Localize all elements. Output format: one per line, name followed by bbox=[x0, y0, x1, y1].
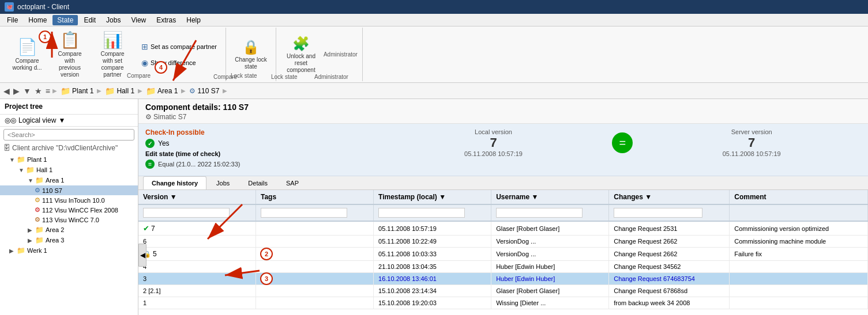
menu-view[interactable]: View bbox=[126, 15, 151, 25]
filter-username-input[interactable] bbox=[496, 208, 583, 218]
checkin-status-text: Yes bbox=[158, 139, 170, 147]
table-row[interactable]: ✔ 7 05.11.2008 10:57:19 Glaser [Robert G… bbox=[138, 221, 868, 236]
set-compare-icon: ⊞ bbox=[141, 42, 148, 51]
compare-group-label: Compare bbox=[127, 73, 151, 79]
version-cell: 3 3 bbox=[138, 273, 255, 285]
comment-cell bbox=[730, 261, 868, 273]
username-cell: Glaser [Robert Glaser] bbox=[491, 285, 609, 297]
compare-working-button[interactable]: 📄 Compare working d... 1 bbox=[7, 35, 47, 75]
plant1-folder-icon: 📁 bbox=[17, 155, 25, 164]
nav-bookmark-button[interactable]: ★ bbox=[33, 85, 43, 97]
server-version-label: Server version bbox=[642, 128, 861, 135]
menu-edit[interactable]: Edit bbox=[79, 15, 100, 25]
set-compare-partner-button[interactable]: ⊞ Set as compare partner bbox=[137, 40, 221, 54]
timestamp-cell: 05.11.2008 10:03:33 bbox=[374, 248, 491, 261]
menu-help[interactable]: Help bbox=[182, 15, 205, 25]
tab-change-history[interactable]: Change history bbox=[143, 176, 206, 189]
local-version-date: 05.11.2008 10:57:19 bbox=[384, 150, 603, 157]
menu-jobs[interactable]: Jobs bbox=[102, 15, 125, 25]
col-changes: Changes ▼ bbox=[609, 190, 730, 204]
tree-area2[interactable]: ▶ 📁 Area 2 bbox=[0, 225, 138, 235]
table-row[interactable]: 🔒 5 2 05.11.2008 10:03:33 VersionDog ...… bbox=[138, 248, 868, 261]
nav-back-button[interactable]: ◀ bbox=[2, 85, 11, 97]
werk1-folder-icon: 📁 bbox=[17, 246, 25, 255]
filter-tags-input[interactable] bbox=[261, 208, 347, 218]
tree-area3[interactable]: ▶ 📁 Area 3 bbox=[0, 235, 138, 245]
edit-state-row: Edit state (time of check) bbox=[145, 150, 384, 157]
table-row[interactable]: 6 05.11.2008 10:22:49 VersionDog ... Cha… bbox=[138, 236, 868, 248]
table-row[interactable]: 1 15.10.2008 19:20:03 Wissing [Dieter ..… bbox=[138, 297, 868, 309]
nav-list-button[interactable]: ≡ bbox=[44, 85, 51, 97]
changes-header: Changes ▼ bbox=[614, 193, 724, 201]
tags-cell bbox=[255, 285, 373, 297]
tree-plant1[interactable]: ▼ 📁 Plant 1 bbox=[0, 154, 138, 165]
plant1-label: Plant 1 bbox=[27, 156, 47, 163]
area1-folder-icon: 📁 bbox=[146, 86, 156, 96]
breadcrumb-hall1[interactable]: 📁 Hall 1 bbox=[103, 85, 137, 97]
nav-forward-button[interactable]: ▶ bbox=[12, 85, 21, 97]
tree-112-visu[interactable]: ⚙ 112 Visu WinCC Flex 2008 bbox=[0, 205, 138, 215]
filter-version-input[interactable] bbox=[143, 208, 230, 218]
menu-extras[interactable]: Extras bbox=[152, 15, 181, 25]
table-row[interactable]: 2 [2.1] 15.10.2008 23:14:34 Glaser [Robe… bbox=[138, 285, 868, 297]
table-row[interactable]: 4 21.10.2008 13:04:35 Huber [Edwin Huber… bbox=[138, 261, 868, 273]
filter-changes-input[interactable] bbox=[614, 208, 702, 218]
area2-folder-icon: 📁 bbox=[35, 226, 44, 234]
filter-timestamp-input[interactable] bbox=[378, 208, 465, 218]
filter-comment bbox=[730, 204, 868, 221]
local-version-col: Local version 7 05.11.2008 10:57:19 bbox=[384, 128, 603, 157]
compare-bottom-label: Compare bbox=[213, 74, 237, 80]
change-lock-button[interactable]: 🔒 Change lock state bbox=[231, 35, 271, 75]
tree-110s7[interactable]: ⚙ 110 S7 bbox=[0, 185, 138, 195]
filter-timestamp bbox=[374, 204, 491, 221]
breadcrumb-plant1[interactable]: 📁 Plant 1 bbox=[58, 85, 96, 97]
menu-home[interactable]: Home bbox=[24, 15, 51, 25]
tree-111-visu[interactable]: ⚙ 111 Visu InTouch 10.0 bbox=[0, 195, 138, 205]
changes-cell: from backup week 34 2008 bbox=[609, 297, 730, 309]
breadcrumb-area1-label: Area 1 bbox=[157, 87, 178, 95]
111-visu-icon: ⚙ bbox=[35, 196, 40, 204]
server-version-date: 05.11.2008 10:57:19 bbox=[642, 150, 861, 157]
compare-previous-button[interactable]: 📋 Compare with previous version bbox=[50, 28, 90, 81]
area1-expand-icon: ▼ bbox=[28, 177, 33, 184]
content-subtitle: ⚙ Simatic S7 bbox=[145, 113, 249, 121]
breadcrumb-bar: ◀ ▶ ▼ ★ ≡ ▶ 📁 Plant 1 ▶ 📁 Hall 1 ▶ 📁 Are… bbox=[0, 83, 868, 99]
compare-sub-group: ⊞ Set as compare partner ◉ Show differen… bbox=[135, 40, 221, 70]
tab-details[interactable]: Details bbox=[239, 176, 276, 189]
113-visu-icon: ⚙ bbox=[35, 216, 40, 223]
timestamp-cell: 15.10.2008 23:14:34 bbox=[374, 285, 491, 297]
nav-down-button[interactable]: ▼ bbox=[22, 85, 32, 97]
unlock-reset-button[interactable]: 🧩 Unlock and reset component bbox=[281, 33, 321, 77]
show-diff-icon: ◉ bbox=[141, 58, 148, 67]
tree-werk1[interactable]: ▶ 📁 Werk 1 bbox=[0, 245, 138, 256]
plant1-folder-icon: 📁 bbox=[61, 86, 70, 96]
tree-area1[interactable]: ▼ 📁 Area 1 bbox=[0, 175, 138, 185]
hall1-folder-icon: 📁 bbox=[26, 166, 35, 174]
breadcrumb-area1[interactable]: 📁 Area 1 bbox=[144, 85, 180, 97]
title-text: octoplant - Client bbox=[17, 3, 69, 11]
collapse-panel-button[interactable]: ◀ bbox=[138, 244, 146, 267]
changes-cell: Change Request 2662 bbox=[609, 236, 730, 248]
show-diff-button[interactable]: ◉ Show difference bbox=[137, 56, 221, 70]
tags-cell bbox=[255, 248, 373, 261]
breadcrumb-110s7[interactable]: ⚙ 110 S7 bbox=[187, 86, 221, 96]
tree-hall1[interactable]: ▼ 📁 Hall 1 bbox=[0, 165, 138, 175]
step2-badge: 2 bbox=[260, 248, 273, 260]
tab-jobs[interactable]: Jobs bbox=[208, 176, 238, 189]
checkin-status-row: ✓ Yes bbox=[145, 139, 384, 148]
changes-cell: Change Request 34562 bbox=[609, 261, 730, 273]
menu-file[interactable]: File bbox=[2, 15, 22, 25]
112-visu-icon: ⚙ bbox=[35, 206, 40, 214]
menu-state[interactable]: State bbox=[52, 15, 78, 25]
sidebar-view-selector[interactable]: ◎◎ Logical view ▼ bbox=[0, 115, 138, 127]
table-row-highlighted[interactable]: 3 3 16.10.2008 13:46:01 Huber [Edwin Hub… bbox=[138, 273, 868, 285]
tab-sap[interactable]: SAP bbox=[277, 176, 307, 189]
edit-state-value-row: = Equal (21.0... 2022 15:02:33) bbox=[145, 160, 384, 169]
tree-113-visu[interactable]: ⚙ 113 Visu WinCC 7.0 bbox=[0, 215, 138, 225]
sidebar-header: Project tree bbox=[0, 99, 138, 115]
search-input[interactable] bbox=[3, 129, 134, 141]
lock-icon: 🔒 bbox=[242, 39, 260, 55]
nav-sep-1: ▶ bbox=[52, 88, 57, 94]
username-cell: VersionDog ... bbox=[491, 236, 609, 248]
area1-folder-icon: 📁 bbox=[35, 176, 44, 184]
